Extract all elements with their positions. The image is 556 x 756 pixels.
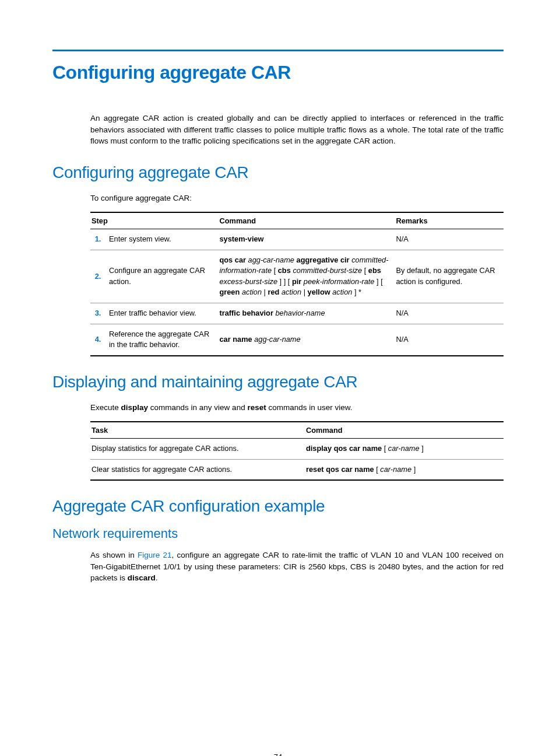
th-command: Command: [305, 422, 504, 439]
step-remarks: By default, no aggregate CAR action is c…: [395, 250, 504, 303]
task-command: reset qos car name [ car-name ]: [305, 459, 504, 480]
page-title: Configuring aggregate CAR: [52, 62, 504, 83]
top-rule: [52, 50, 504, 51]
table-row: 3. Enter traffic behavior view. traffic …: [90, 303, 504, 324]
th-remarks: Remarks: [395, 212, 504, 229]
step-desc: Enter system view.: [108, 229, 218, 250]
step-desc: Enter traffic behavior view.: [108, 303, 218, 324]
step-command: system-view: [218, 229, 395, 250]
th-task: Task: [90, 422, 305, 439]
step-command: qos car agg-car-name aggregative cir com…: [218, 250, 395, 303]
step-command: traffic behavior behavior-name: [218, 303, 395, 324]
task-desc: Clear statistics for aggregate CAR actio…: [90, 459, 305, 480]
configure-lead: To configure aggregate CAR:: [90, 192, 504, 204]
page-number: 74: [0, 752, 556, 756]
step-desc: Reference the aggregate CAR in the traff…: [108, 324, 218, 356]
th-command: Command: [218, 212, 395, 229]
task-desc: Display statistics for aggregate CAR act…: [90, 439, 305, 460]
section-subheading-network: Network requirements: [52, 526, 504, 541]
step-number: 4.: [90, 324, 108, 356]
task-command: display qos car name [ car-name ]: [305, 439, 504, 460]
table-row: Clear statistics for aggregate CAR actio…: [90, 459, 504, 480]
section-heading-configure: Configuring aggregate CAR: [52, 163, 504, 182]
step-desc: Configure an aggregate CAR action.: [108, 250, 218, 303]
th-step: Step: [90, 212, 218, 229]
step-remarks: N/A: [395, 229, 504, 250]
step-command: car name agg-car-name: [218, 324, 395, 356]
step-number: 3.: [90, 303, 108, 324]
step-number: 2.: [90, 250, 108, 303]
step-number: 1.: [90, 229, 108, 250]
configure-table: Step Command Remarks 1. Enter system vie…: [90, 212, 504, 356]
section-heading-example: Aggregate CAR configuration example: [52, 497, 504, 516]
example-paragraph: As shown in Figure 21, configure an aggr…: [90, 550, 504, 584]
table-row: 1. Enter system view. system-view N/A: [90, 229, 504, 250]
step-remarks: N/A: [395, 324, 504, 356]
intro-paragraph: An aggregate CAR action is created globa…: [90, 113, 504, 147]
table-row: Display statistics for aggregate CAR act…: [90, 439, 504, 460]
step-remarks: N/A: [395, 303, 504, 324]
table-row: 2. Configure an aggregate CAR action. qo…: [90, 250, 504, 303]
section-heading-display: Displaying and maintaining aggregate CAR: [52, 373, 504, 391]
display-table: Task Command Display statistics for aggr…: [90, 421, 504, 481]
table-row: 4. Reference the aggregate CAR in the tr…: [90, 324, 504, 356]
display-lead: Execute display commands in any view and…: [90, 402, 504, 414]
